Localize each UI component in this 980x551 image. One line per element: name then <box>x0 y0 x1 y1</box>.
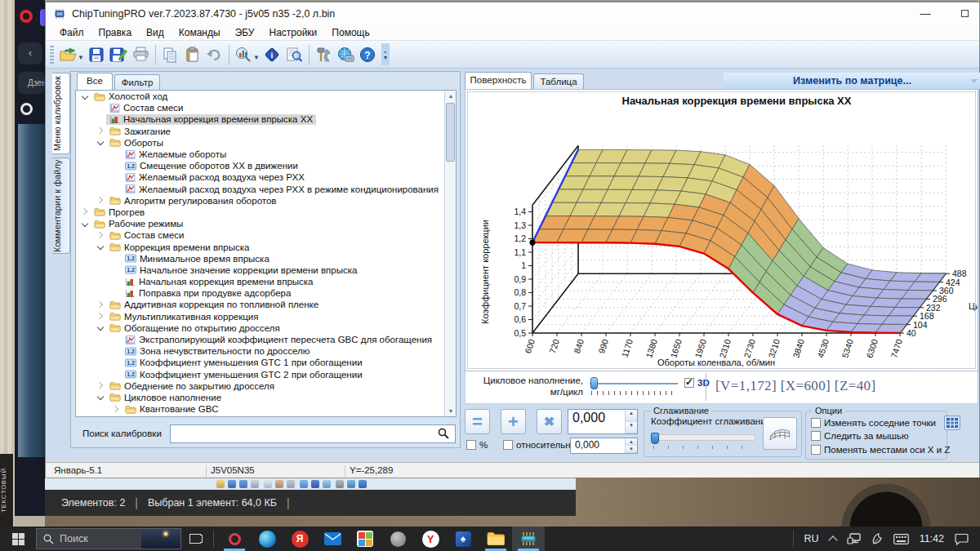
back-button[interactable]: ‹ <box>18 42 42 64</box>
matrix-grid-button[interactable] <box>944 415 960 430</box>
tab-surface[interactable]: Поверхность <box>465 72 532 91</box>
edit-by-matrix-button[interactable]: Изменить по матрице... <box>724 73 980 89</box>
tree-item[interactable]: 1.2Коэффициент уменьшения GTC 2 при обог… <box>76 369 456 380</box>
menu-item-2[interactable]: Вид <box>139 26 172 39</box>
value2-spinner[interactable]: 0,000 ▲▼ <box>570 438 638 454</box>
taskbar-icon-settings[interactable] <box>381 527 414 551</box>
apply-smoothing-button[interactable] <box>763 417 797 450</box>
title-bar[interactable]: ChipTuningPRO ver.7.2023.87.4730 - j5v05… <box>46 2 979 24</box>
search-input[interactable] <box>170 424 456 443</box>
menu-item-1[interactable]: Правка <box>91 26 140 39</box>
tree-item[interactable]: Желаемые обороты <box>76 149 456 160</box>
hidden-icons-chevron[interactable] <box>828 535 837 544</box>
paste-button[interactable] <box>181 43 203 65</box>
tree-item[interactable]: Экстраполирующий коэффициент пересчета G… <box>76 334 456 345</box>
tree-item[interactable]: Цикловое наполнение <box>76 392 456 403</box>
taskbar-icon-edge[interactable] <box>251 527 283 551</box>
surface-chart[interactable]: 0,50,60,70,80,911,11,21,31,4600720840990… <box>465 89 978 371</box>
tree-item[interactable]: Состав смеси <box>76 102 456 113</box>
open-dropdown-icon[interactable]: ▼ <box>78 54 84 61</box>
save-button[interactable] <box>86 43 108 65</box>
taskbar-icon-explorer[interactable] <box>479 527 512 551</box>
surface-3d-plot[interactable]: 0,50,60,70,80,911,11,21,31,4600720840990… <box>467 91 978 369</box>
chevron-right-icon[interactable] <box>96 196 105 205</box>
menu-item-6[interactable]: Помощь <box>324 26 376 39</box>
menu-item-0[interactable]: Файл <box>52 26 91 39</box>
spin-up-icon[interactable]: ▲ <box>626 438 637 446</box>
checkbox-percent[interactable] <box>466 440 476 450</box>
network-icon[interactable] <box>847 533 861 544</box>
tree-item[interactable]: 1.2Смещение оборотов ХХ в движении <box>76 160 456 171</box>
tree-item[interactable]: Зажигание <box>76 126 456 137</box>
checkbox-edit-neighbors[interactable] <box>811 418 821 428</box>
chevron-down-icon[interactable] <box>96 138 105 147</box>
taskbar-icon-yandex-browser[interactable]: Y <box>414 527 447 551</box>
spin-down-icon[interactable]: ▼ <box>626 446 637 453</box>
checkbox-swap-axes[interactable] <box>811 445 821 455</box>
chevron-right-icon[interactable] <box>96 312 105 321</box>
tree-item[interactable]: Желаемый расход воздуха через РХХ в режи… <box>76 184 456 195</box>
chart-view-dropdown-icon[interactable]: ▼ <box>253 54 260 61</box>
tree-item[interactable]: 1.2Зона нечувствительности по дросселю <box>76 345 456 357</box>
print-button[interactable] <box>130 43 152 65</box>
clock[interactable]: 11:42 <box>920 533 944 544</box>
pen-icon[interactable] <box>871 533 883 544</box>
opera-logo-icon[interactable] <box>20 10 33 23</box>
tree-item[interactable]: Холостой ход <box>76 91 456 102</box>
chevron-right-icon[interactable] <box>96 300 105 309</box>
tree-item[interactable]: Алгоритм регулирования оборотов <box>76 195 456 207</box>
toolbar-overflow-button[interactable]: ▪▼ <box>381 43 390 65</box>
online-button[interactable] <box>335 43 357 65</box>
taskbar-icon-opera[interactable] <box>218 527 251 551</box>
tab-all[interactable]: Все <box>77 73 113 91</box>
chevron-right-icon[interactable] <box>96 127 105 136</box>
scroll-down-icon[interactable]: ▼ <box>445 406 457 416</box>
tree-item[interactable]: Аддитивная коррекция по топливной пленке <box>76 299 456 310</box>
chevron-down-icon[interactable] <box>96 242 105 251</box>
undo-button[interactable] <box>203 43 225 65</box>
start-button[interactable] <box>0 527 36 551</box>
tree-item[interactable]: Квантование GBC <box>76 403 456 415</box>
tree-scrollbar[interactable]: ▲ ▼ <box>444 91 456 416</box>
tree-item[interactable]: Рабочие режимы <box>76 218 456 229</box>
scroll-up-icon[interactable]: ▲ <box>445 91 457 101</box>
slider-handle[interactable] <box>590 377 598 389</box>
slice-slider[interactable] <box>590 377 678 395</box>
tree-item[interactable]: Поправка при продувке адсорбера <box>76 287 456 299</box>
tree-item[interactable]: Обогащение по открытию дросселя <box>76 322 456 334</box>
tree-item[interactable]: Коррекция времени впрыска <box>76 241 456 252</box>
tree-item[interactable]: Обороты <box>76 137 456 149</box>
add-value-button[interactable]: + <box>501 409 526 434</box>
tree-item[interactable]: Состав смеси <box>76 229 456 241</box>
menu-item-3[interactable]: Команды <box>172 26 228 39</box>
chevron-right-icon[interactable] <box>112 405 121 414</box>
spin-down-icon[interactable]: ▼ <box>626 422 637 434</box>
tree-item[interactable]: Мультипликативная коррекция <box>76 311 456 322</box>
chevron-down-icon[interactable] <box>81 92 90 101</box>
tab-table[interactable]: Таблица <box>533 73 584 91</box>
copy-button[interactable] <box>159 43 181 65</box>
tree-item[interactable]: 1.2Начальное значение коррекции времени … <box>76 264 456 276</box>
sidebar-tab-calibrations[interactable]: Меню калибровок <box>52 73 70 154</box>
checkbox-relative[interactable] <box>503 440 513 450</box>
sidebar-item-dzen[interactable]: Дзен <box>18 72 45 94</box>
tree-item[interactable]: Начальная коррекция времени впрыска <box>76 276 456 287</box>
smoothing-slider[interactable] <box>651 431 755 451</box>
taskbar-icon-mail[interactable] <box>316 527 349 551</box>
checkbox-3d[interactable] <box>684 378 694 388</box>
chevron-right-icon[interactable] <box>96 381 105 390</box>
notification-icon[interactable] <box>955 533 969 545</box>
maximize-button[interactable] <box>951 2 978 24</box>
tree-item[interactable]: Обеднение по закрытию дросселя <box>76 380 456 392</box>
chevron-down-icon[interactable] <box>96 323 105 332</box>
spin-up-icon[interactable]: ▲ <box>626 410 637 422</box>
sidebar-tab-comments[interactable]: Комментарии к файлу <box>52 158 70 254</box>
chevron-down-icon[interactable] <box>81 220 90 229</box>
chevron-right-icon[interactable] <box>81 207 90 216</box>
chevron-right-icon[interactable] <box>96 231 105 240</box>
tree-item[interactable]: 1.2Коэффициент уменьшения GTC 1 при обог… <box>76 357 456 368</box>
checkbox-follow-mouse[interactable] <box>811 431 821 441</box>
chart-view-button[interactable] <box>233 43 255 65</box>
taskbar-icon-store[interactable] <box>349 527 381 551</box>
minimize-button[interactable]: — <box>911 2 939 24</box>
